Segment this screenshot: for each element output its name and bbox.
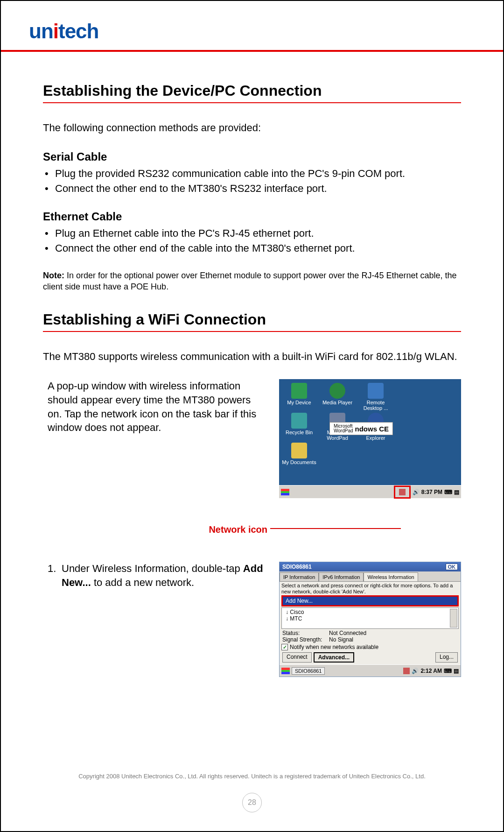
icon-label: My Documents [282,459,316,465]
keyboard-icon[interactable]: ⌨ [444,489,452,495]
network-item-mtc[interactable]: ↓ MTC [286,615,455,622]
brand-logo: unitech [29,20,98,42]
tray-time: 2:12 AM [420,668,442,674]
note-block: Note: In order for the optional power ov… [43,270,461,293]
list-item: Plug the provided RS232 communication ca… [43,166,461,181]
notify-checkbox[interactable]: ✓ [281,644,288,650]
screenshot-1: My Device Media Player Remote Desktop ..… [279,379,461,536]
windows-ce-banner: Microsoft WordPad ndows CE [329,422,393,435]
icon-label: Remote Desktop ... [358,400,393,411]
tab-ipv6-information[interactable]: IPv6 Information [319,572,364,581]
network-icon-label-text: Network icon [209,524,267,535]
page-content: Establishing the Device/PC Connection Th… [1,52,503,677]
taskbar-2: SDIO86861 🔊 2:12 AM ⌨ ▤ [280,664,461,677]
remote-icon [368,383,384,399]
subheading-serial: Serial Cable [43,150,461,163]
banner-small: Microsoft WordPad [334,424,353,433]
list-item: 1. Under Wireless Information, double-ta… [48,562,265,589]
desktop-screenshot: My Device Media Player Remote Desktop ..… [279,379,461,498]
network-list[interactable]: ↓ Cisco ↓ MTC [281,607,459,629]
network-icon-callout: Network icon [48,523,267,536]
dialog-body: Select a network and press connect or ri… [280,582,461,664]
desktop-icon-my-device[interactable]: My Device [282,383,316,411]
dialog-title: SDIO86861 [282,564,312,570]
tray-time: 8:37 PM [421,489,442,495]
footer-copyright: Copyright 2008 Unitech Electronics Co., … [1,773,503,780]
network-tray-icon-highlight[interactable] [394,486,411,499]
step1-before: Under Wireless Information, double-tap [62,563,243,574]
status-value: Not Connected [329,630,366,636]
section-title-device-pc: Establishing the Device/PC Connection [43,82,461,103]
desktop-icon-recycle-bin[interactable]: Recycle Bin [282,413,316,441]
ok-button[interactable]: OK [446,564,458,570]
desktop-icon[interactable]: ▤ [454,668,459,674]
recycle-icon [291,413,307,429]
step1-list: 1. Under Wireless Information, double-ta… [48,562,265,589]
dialog-tabs: IP Information IPv6 Information Wireless… [280,571,461,582]
icon-label: Media Player [322,400,352,405]
banner-big: ndows CE [355,425,389,433]
keyboard-icon[interactable]: ⌨ [444,668,452,674]
network-icon[interactable] [403,668,410,674]
step0-text: A pop-up window with wireless informatio… [48,379,265,435]
signal-label: Signal Strength: [282,636,329,643]
serial-list: Plug the provided RS232 communication ca… [43,166,461,196]
logo-dot: i [53,20,58,42]
logo-text-prefix: un [29,20,53,42]
step1-text-col: 1. Under Wireless Information, double-ta… [43,562,270,677]
note-text: In order for the optional power over Eth… [43,271,457,291]
notify-label: Notify when new networks available [290,644,378,650]
page-header: unitech [1,1,503,50]
screenshot-2: SDIO86861 OK IP Information IPv6 Informa… [279,562,461,677]
note-label: Note: [43,271,64,280]
status-label: Status: [282,630,329,636]
tab-ip-information[interactable]: IP Information [280,572,319,581]
icon-label: My Device [287,400,311,405]
scrollbar[interactable] [450,609,457,628]
device-icon [291,383,307,399]
folder-icon [291,443,307,458]
volume-icon[interactable]: 🔊 [413,489,420,495]
add-new-item[interactable]: Add New... [281,595,459,606]
leader-line [270,528,401,529]
desktop-icon-media-player[interactable]: Media Player [320,383,355,411]
step-row-0: A pop-up window with wireless informatio… [43,379,461,536]
taskbar: 🔊 8:37 PM ⌨ ▤ [279,485,461,498]
wireless-info-dialog: SDIO86861 OK IP Information IPv6 Informa… [279,562,461,677]
start-icon[interactable] [281,668,290,674]
step1-number: 1. [48,562,56,576]
taskbar-app-button[interactable]: SDIO86861 [292,667,325,675]
logo-text-suffix: tech [58,20,98,42]
page-number: 28 [242,793,262,812]
list-item: Plug an Ethernet cable into the PC's RJ-… [43,226,461,241]
log-button[interactable]: Log... [435,652,458,663]
media-icon [329,383,345,399]
tab-wireless-information[interactable]: Wireless Information [364,572,418,581]
step-row-1: 1. Under Wireless Information, double-ta… [43,562,461,677]
start-icon[interactable] [281,489,289,495]
signal-value: No Signal [329,636,353,643]
list-item: Connect the other end to the MT380's RS2… [43,181,461,196]
banner-small-bottom: WordPad [334,429,353,433]
connect-button[interactable]: Connect [282,652,312,663]
list-item: Connect the other end of the cable into … [43,241,461,256]
system-tray: 🔊 8:37 PM ⌨ ▤ [394,486,459,499]
ethernet-list: Plug an Ethernet cable into the PC's RJ-… [43,226,461,256]
dialog-titlebar: SDIO86861 OK [280,562,461,571]
icon-label: Recycle Bin [286,430,313,435]
advanced-button[interactable]: Advanced... [314,652,354,663]
network-item-cisco[interactable]: ↓ Cisco [286,609,455,615]
step1-after: to add a new network. [91,577,194,588]
desktop-icon-my-documents[interactable]: My Documents [282,443,316,465]
status-block: Status:Not Connected Signal Strength:No … [281,629,459,644]
step0-text-col: A pop-up window with wireless informatio… [43,379,270,536]
wifi-intro: The MT380 supports wireless communicatio… [43,351,461,363]
section-title-wifi: Establishing a WiFi Connection [43,311,461,332]
system-tray-2: 🔊 2:12 AM ⌨ ▤ [403,668,459,674]
desktop-icon[interactable]: ▤ [454,489,459,495]
subheading-ethernet: Ethernet Cable [43,210,461,223]
desktop-icon-remote-desktop[interactable]: Remote Desktop ... [358,383,393,411]
intro-text: The following connection methods are pro… [43,122,461,134]
volume-icon[interactable]: 🔊 [412,668,419,674]
dialog-buttons: Connect Advanced... Log... [281,650,459,664]
